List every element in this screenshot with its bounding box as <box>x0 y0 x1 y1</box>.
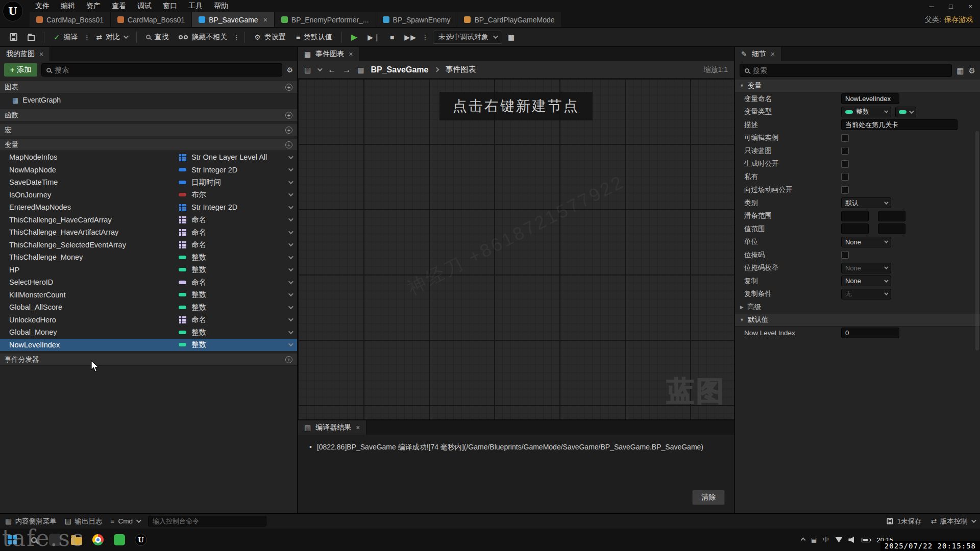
tray-expand-icon[interactable] <box>801 537 806 542</box>
chevron-down-icon[interactable] <box>288 291 293 296</box>
tab-bp-cardplaygamemode[interactable]: BP_CardPlayGameMode <box>457 12 561 27</box>
chevron-down-icon[interactable] <box>288 179 293 184</box>
tab-bp-savegame[interactable]: BP_SaveGame <box>192 12 275 27</box>
chevron-down-icon[interactable] <box>288 266 293 271</box>
value-range-max-input[interactable] <box>878 223 905 234</box>
menu-file[interactable]: 文件 <box>30 0 55 12</box>
maximize-button[interactable] <box>941 0 961 12</box>
slider-range-min-input[interactable] <box>841 211 869 221</box>
section-graphs[interactable]: 图表 <box>0 81 297 93</box>
chevron-down-icon[interactable] <box>288 329 293 334</box>
variable-row-nowlevelindex-selected[interactable]: NowLevelIndex 整数 <box>0 339 297 352</box>
slider-range-max-input[interactable] <box>878 211 905 221</box>
variable-row-selectheroid[interactable]: SelectHeroID 命名 <box>0 276 297 289</box>
add-graph-icon[interactable] <box>285 84 292 91</box>
bitmask-checkbox[interactable] <box>841 251 849 259</box>
variable-row-haveartifactarray[interactable]: ThisChallenge_HaveArtifactArray 命名 <box>0 226 297 239</box>
play-options-icon[interactable] <box>422 34 429 41</box>
menu-edit[interactable]: 编辑 <box>55 0 81 12</box>
wifi-icon[interactable] <box>835 537 842 543</box>
variable-row-nowmapnode[interactable]: NowMapNode Str Integer 2D <box>0 164 297 177</box>
chevron-down-icon[interactable] <box>288 229 293 234</box>
section-default-value[interactable]: 默认值 <box>735 314 980 327</box>
unreal-logo[interactable] <box>3 1 23 21</box>
expose-to-cinematics-checkbox[interactable] <box>841 186 849 194</box>
variable-row-global-allscore[interactable]: Global_AllScore 整数 <box>0 301 297 314</box>
value-range-min-input[interactable] <box>841 223 869 234</box>
add-dispatcher-icon[interactable] <box>285 356 292 363</box>
tab-bp-enemyperformer[interactable]: BP_EnemyPerformer_... <box>275 12 376 27</box>
variable-row-havecardarray[interactable]: ThisChallenge_HaveCardArray 命名 <box>0 214 297 227</box>
instance-editable-checkbox[interactable] <box>841 134 849 142</box>
tab-cardmap-boss01-b[interactable]: CardMap_Boss01 <box>111 12 192 27</box>
add-function-icon[interactable] <box>285 112 292 119</box>
details-settings-icon[interactable] <box>969 67 975 74</box>
content-drawer-button[interactable]: 内容侧滑菜单 <box>5 517 57 526</box>
variable-row-savedatetime[interactable]: SaveDateTime 日期时间 <box>0 176 297 189</box>
description-input[interactable] <box>841 119 958 130</box>
my-blueprint-search[interactable] <box>41 63 282 77</box>
blueprint-readonly-checkbox[interactable] <box>841 147 849 155</box>
variable-row-selectedeventarray[interactable]: ThisChallenge_SelectedEventArray 命名 <box>0 239 297 252</box>
chevron-down-icon[interactable] <box>288 191 293 196</box>
chevron-down-icon[interactable] <box>288 216 293 221</box>
variable-row-isonjourney[interactable]: IsOnJourney 布尔 <box>0 189 297 202</box>
tray-app-icon[interactable] <box>811 537 817 543</box>
minimize-button[interactable] <box>922 0 941 12</box>
output-log-button[interactable]: 输出日志 <box>65 517 103 526</box>
menu-view[interactable]: 查看 <box>106 0 132 12</box>
variable-name-input[interactable] <box>841 93 899 104</box>
close-tab-icon[interactable] <box>356 424 360 431</box>
frame-skip-button[interactable]: ❙ <box>363 31 384 44</box>
variable-row-killmonstercount[interactable]: KillMonsterCount 整数 <box>0 289 297 302</box>
close-tab-icon[interactable] <box>263 16 267 23</box>
forward-icon[interactable] <box>342 66 351 74</box>
green-app-button[interactable] <box>112 533 127 547</box>
section-event-dispatchers[interactable]: 事件分发器 <box>0 354 297 366</box>
search-input[interactable] <box>55 66 277 74</box>
add-macro-icon[interactable] <box>285 127 292 134</box>
unsaved-button[interactable]: 1未保存 <box>886 517 922 526</box>
compile-options-icon[interactable] <box>84 34 91 41</box>
section-variables[interactable]: 变量 <box>0 139 297 151</box>
advanced-expander[interactable]: 高级 <box>735 300 980 314</box>
container-type-dropdown[interactable] <box>895 107 916 117</box>
compile-button[interactable]: 编译 <box>49 30 83 44</box>
chevron-down-icon[interactable] <box>288 241 293 246</box>
details-search[interactable] <box>740 64 952 77</box>
chevron-down-icon[interactable] <box>288 254 293 259</box>
chrome-button[interactable] <box>91 533 105 547</box>
tab-bp-spawnenemy[interactable]: BP_SpawnEnemy <box>376 12 458 27</box>
browse-button[interactable] <box>23 31 39 43</box>
graph-menu-icon[interactable] <box>304 66 311 73</box>
save-button[interactable] <box>5 31 22 43</box>
replication-dropdown[interactable]: None <box>841 276 891 286</box>
private-checkbox[interactable] <box>841 173 849 181</box>
menu-tools[interactable]: 工具 <box>183 0 208 12</box>
class-settings-button[interactable]: 类设置 <box>250 30 290 44</box>
back-icon[interactable] <box>328 66 336 74</box>
graph-canvas[interactable]: 点击右键新建节点 神经刀 +8618721577922 蓝图 <box>298 79 734 419</box>
close-tab-icon[interactable] <box>771 51 775 58</box>
tab-compiler-results[interactable]: 编译器结果 <box>298 420 366 435</box>
tab-event-graph[interactable]: 事件图表 <box>298 47 359 61</box>
menu-window[interactable]: 窗口 <box>157 0 183 12</box>
section-macros[interactable]: 宏 <box>0 124 297 136</box>
menu-debug[interactable]: 调试 <box>132 0 157 12</box>
variable-row-unlockedhero[interactable]: UnlockedHero 命名 <box>0 314 297 327</box>
breadcrumb-root[interactable]: BP_SaveGame <box>371 65 428 74</box>
hide-unrelated-button[interactable]: 隐藏不相关 <box>174 30 232 44</box>
close-tab-icon[interactable] <box>39 51 43 58</box>
variable-type-dropdown[interactable]: 整数 <box>841 107 891 117</box>
stop-button[interactable] <box>385 31 399 43</box>
parent-class-link[interactable]: 保存游戏 <box>944 15 973 24</box>
close-tab-icon[interactable] <box>349 51 353 58</box>
variable-row-mapnodeinfos[interactable]: MapNodeInfos Str One Layer Level All <box>0 151 297 164</box>
volume-icon[interactable] <box>848 537 855 543</box>
ime-indicator[interactable]: 中 <box>823 536 829 544</box>
details-search-input[interactable] <box>753 66 947 74</box>
breadcrumb-page[interactable]: 事件图表 <box>445 65 476 74</box>
debug-browse-button[interactable] <box>503 31 519 43</box>
tab-cardmap-boss01-a[interactable]: CardMap_Boss01 <box>30 12 111 27</box>
chevron-down-icon[interactable] <box>288 279 293 284</box>
